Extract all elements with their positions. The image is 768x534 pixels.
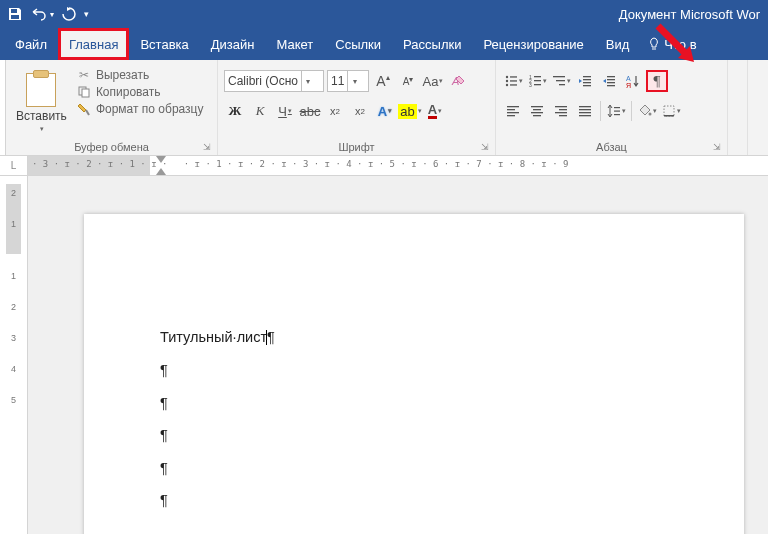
svg-point-49	[648, 113, 651, 116]
svg-text:3: 3	[529, 82, 532, 88]
align-left-button[interactable]	[502, 100, 524, 122]
group-font: Calibri (Осно ▾ 11 ▾ A▴ A▾ Aa▾ A Ж К Ч▾ …	[218, 60, 496, 155]
italic-button[interactable]: К	[249, 100, 271, 122]
undo-icon[interactable]: ▾	[30, 7, 54, 21]
cut-button[interactable]: ✂ Вырезать	[77, 68, 204, 82]
tab-design[interactable]: Дизайн	[200, 28, 266, 60]
shrink-font-button[interactable]: A▾	[397, 70, 419, 92]
shading-button[interactable]: ▾	[636, 100, 658, 122]
grow-font-button[interactable]: A▴	[372, 70, 394, 92]
group-paragraph-label: Абзац ⇲	[502, 141, 721, 155]
paintbrush-icon	[77, 102, 91, 116]
svg-rect-43	[579, 109, 591, 110]
ribbon-tabs: Файл Главная Вставка Дизайн Макет Ссылки…	[0, 28, 768, 60]
format-painter-button[interactable]: Формат по образцу	[77, 102, 204, 116]
svg-rect-38	[555, 106, 567, 107]
font-color-button[interactable]: A▾	[424, 100, 446, 122]
svg-rect-47	[614, 111, 620, 112]
page[interactable]: Титульный·лист¶ ¶ ¶ ¶ ¶ ¶	[84, 214, 744, 534]
tab-home[interactable]: Главная	[58, 28, 129, 60]
text-line[interactable]: ¶	[160, 428, 275, 443]
text-line[interactable]: ¶	[160, 363, 275, 378]
svg-rect-8	[510, 80, 517, 81]
svg-rect-23	[583, 85, 591, 86]
underline-button[interactable]: Ч▾	[274, 100, 296, 122]
text-effects-button[interactable]: A▾	[374, 100, 396, 122]
numbering-button[interactable]: 123▾	[526, 70, 548, 92]
clear-formatting-button[interactable]: A	[447, 70, 469, 92]
svg-rect-44	[579, 112, 591, 113]
justify-button[interactable]	[574, 100, 596, 122]
format-painter-label: Формат по образцу	[96, 102, 204, 116]
customize-qat-icon[interactable]: ▾	[84, 9, 89, 19]
text-line[interactable]: Титульный·лист¶	[160, 330, 275, 345]
font-name-value: Calibri (Осно	[225, 74, 301, 88]
borders-button[interactable]: ▾	[660, 100, 682, 122]
dialog-launcher-icon[interactable]: ⇲	[711, 141, 723, 153]
svg-rect-17	[553, 76, 565, 77]
tell-me-search[interactable]: Что в	[640, 28, 704, 60]
line-spacing-button[interactable]: ▾	[605, 100, 627, 122]
font-size-combo[interactable]: 11 ▾	[327, 70, 369, 92]
svg-rect-37	[533, 115, 541, 116]
save-icon[interactable]	[8, 7, 22, 21]
show-hide-marks-button[interactable]: ¶	[646, 70, 668, 92]
tab-view[interactable]: Вид	[595, 28, 641, 60]
increase-indent-button[interactable]	[598, 70, 620, 92]
page-content[interactable]: Титульный·лист¶ ¶ ¶ ¶ ¶ ¶	[160, 330, 275, 526]
tab-file[interactable]: Файл	[4, 28, 58, 60]
tab-review[interactable]: Рецензирование	[472, 28, 594, 60]
svg-rect-36	[531, 112, 543, 113]
tab-layout[interactable]: Макет	[265, 28, 324, 60]
svg-rect-24	[607, 76, 615, 77]
group-clipboard: Вставить ▾ ✂ Вырезать Копировать	[6, 60, 218, 155]
tab-stop-selector[interactable]: L	[0, 156, 28, 175]
text-line[interactable]: ¶	[160, 396, 275, 411]
highlight-button[interactable]: ab▾	[399, 100, 421, 122]
pilcrow-icon: ¶	[160, 395, 168, 411]
svg-rect-31	[507, 109, 515, 110]
tab-references[interactable]: Ссылки	[324, 28, 392, 60]
decrease-indent-button[interactable]	[574, 70, 596, 92]
svg-rect-32	[507, 112, 519, 113]
paste-button[interactable]: Вставить ▾	[12, 64, 71, 141]
dialog-launcher-icon[interactable]: ⇲	[479, 141, 491, 153]
document-title: Документ Microsoft Wor	[619, 7, 760, 22]
svg-rect-45	[579, 115, 591, 116]
superscript-button[interactable]: x2	[349, 100, 371, 122]
multilevel-list-button[interactable]: ▾	[550, 70, 572, 92]
group-clipboard-label: Буфер обмена ⇲	[12, 141, 211, 155]
bullets-button[interactable]: ▾	[502, 70, 524, 92]
chevron-down-icon: ▾	[40, 125, 44, 133]
svg-rect-26	[607, 82, 615, 83]
change-case-button[interactable]: Aa▾	[422, 70, 444, 92]
text-line[interactable]: ¶	[160, 493, 275, 508]
copy-button[interactable]: Копировать	[77, 85, 204, 99]
align-center-button[interactable]	[526, 100, 548, 122]
font-name-combo[interactable]: Calibri (Осно ▾	[224, 70, 324, 92]
hanging-indent-marker[interactable]	[156, 168, 166, 175]
document-area[interactable]: Титульный·лист¶ ¶ ¶ ¶ ¶ ¶	[28, 176, 768, 534]
svg-rect-21	[583, 79, 591, 80]
text-line[interactable]: ¶	[160, 461, 275, 476]
svg-rect-3	[82, 89, 89, 97]
vertical-ruler[interactable]: 21 12345	[0, 176, 28, 534]
subscript-button[interactable]: x2	[324, 100, 346, 122]
align-right-button[interactable]	[550, 100, 572, 122]
svg-rect-10	[510, 84, 517, 85]
workspace: 21 12345 Титульный·лист¶ ¶ ¶ ¶ ¶ ¶	[0, 176, 768, 534]
dialog-launcher-icon[interactable]: ⇲	[201, 141, 213, 153]
ruler-scale: · 3 · ɪ · 2 · ɪ · 1 · ɪ · · ɪ · 1 · ɪ · …	[28, 159, 568, 169]
horizontal-ruler[interactable]: L · 3 · ɪ · 2 · ɪ · 1 · ɪ · · ɪ · 1 · ɪ …	[0, 156, 768, 176]
svg-text:Я: Я	[626, 82, 631, 88]
strikethrough-button[interactable]: abc	[299, 100, 321, 122]
svg-rect-39	[559, 109, 567, 110]
bold-button[interactable]: Ж	[224, 100, 246, 122]
tab-insert[interactable]: Вставка	[129, 28, 199, 60]
redo-icon[interactable]	[62, 7, 76, 21]
svg-rect-0	[11, 9, 17, 13]
first-line-indent-marker[interactable]	[156, 156, 166, 163]
svg-text:А: А	[626, 75, 631, 82]
sort-button[interactable]: АЯ	[622, 70, 644, 92]
tab-mailings[interactable]: Рассылки	[392, 28, 472, 60]
